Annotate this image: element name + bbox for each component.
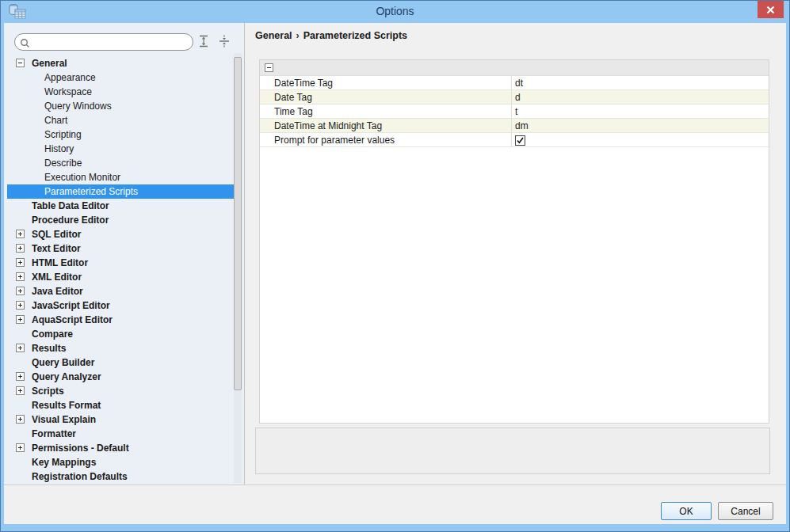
plus-expander-icon[interactable] [16,258,25,267]
tree-item-compare[interactable]: Compare [7,327,235,341]
breadcrumb: General›Parameterized Scripts [255,30,407,41]
search-box[interactable] [14,33,193,51]
tree-item-label: AquaScript Editor [32,314,113,325]
tree-item-label: JavaScript Editor [32,300,110,311]
description-panel [255,428,770,474]
property-name: Prompt for parameter values [260,133,512,146]
property-value[interactable]: dt [512,76,769,89]
plus-expander-icon[interactable] [16,287,25,295]
tree-item-label: Results [32,343,66,354]
plus-expander-icon[interactable] [16,244,25,253]
tree-item-label: Procedure Editor [32,215,109,226]
options-sidebar: GeneralAppearanceWorkspaceQuery WindowsC… [4,23,245,484]
plus-expander-icon[interactable] [16,315,25,324]
property-name: DateTime Tag [260,76,512,89]
options-tree: GeneralAppearanceWorkspaceQuery WindowsC… [4,56,244,484]
tree-item-query-analyzer[interactable]: Query Analyzer [7,370,235,384]
plus-expander-icon[interactable] [16,230,25,238]
tree-item-label: History [44,143,74,154]
tree-item-parameterized-scripts[interactable]: Parameterized Scripts [7,184,235,199]
property-value[interactable]: dm [512,119,769,132]
property-name: DateTime at Midnight Tag [260,119,512,132]
tree-item-text-editor[interactable]: Text Editor [7,241,235,256]
tree-item-permissions-default[interactable]: Permissions - Default [7,441,235,455]
tree-item-label: Table Data Editor [32,200,109,211]
table-row: Prompt for parameter values [260,133,769,147]
table-row: Date Tagd [260,90,769,104]
tree-item-results[interactable]: Results [7,341,235,355]
plus-expander-icon[interactable] [16,443,25,452]
tree-item-label: Query Builder [32,357,94,368]
tree-item-results-format[interactable]: Results Format [7,398,235,412]
tree-item-label: SQL Editor [32,229,81,240]
tree-item-aquascript-editor[interactable]: AquaScript Editor [7,313,235,327]
plus-expander-icon[interactable] [16,386,25,395]
tree-item-table-data-editor[interactable]: Table Data Editor [7,199,235,213]
tree-item-formatter[interactable]: Formatter [7,427,235,441]
search-input[interactable] [34,36,185,48]
tree-item-label: Execution Monitor [44,172,120,183]
plus-expander-icon[interactable] [16,415,25,424]
tree-item-html-editor[interactable]: HTML Editor [7,256,235,270]
breadcrumb-item: General [255,30,292,41]
tree-item-workspace[interactable]: Workspace [7,85,235,99]
cancel-button[interactable]: Cancel [718,502,773,520]
options-dialog: Options [0,0,790,532]
tree-item-javascript-editor[interactable]: JavaScript Editor [7,298,235,313]
tree-item-java-editor[interactable]: Java Editor [7,284,235,298]
property-grid: DateTime TagdtDate TagdTime TagtDateTime… [259,59,769,424]
tree-item-history[interactable]: History [7,142,235,156]
dialog-footer: OK Cancel [4,484,786,524]
tree-item-appearance[interactable]: Appearance [7,70,235,85]
tree-item-label: Key Mappings [32,457,96,468]
tree-item-xml-editor[interactable]: XML Editor [7,270,235,284]
tree-item-label: Compare [32,329,73,340]
table-row: DateTime at Midnight Tagdm [260,119,769,133]
tree-item-scripting[interactable]: Scripting [7,127,235,142]
tree-item-label: Text Editor [32,243,81,254]
tree-item-scripts[interactable]: Scripts [7,384,235,398]
tree-item-label: Workspace [44,86,92,97]
property-rows: DateTime TagdtDate TagdTime TagtDateTime… [260,76,769,147]
tree-item-execution-monitor[interactable]: Execution Monitor [7,170,235,184]
tree-item-procedure-editor[interactable]: Procedure Editor [7,213,235,227]
tree-item-label: Java Editor [32,286,83,297]
tree-item-query-builder[interactable]: Query Builder [7,355,235,370]
table-row: Time Tagt [260,104,769,119]
close-icon [766,6,775,14]
property-value[interactable] [512,133,769,146]
tree-item-general[interactable]: General [7,56,235,70]
tree-item-label: Chart [44,115,67,126]
window-title: Options [1,5,789,17]
collapse-all-icon[interactable] [217,34,231,48]
scrollbar-thumb[interactable] [234,57,242,390]
tree-item-visual-explain[interactable]: Visual Explain [7,412,235,427]
ok-button[interactable]: OK [661,502,712,520]
title-bar[interactable]: Options [1,1,789,23]
tree-item-query-windows[interactable]: Query Windows [7,99,235,113]
tree-item-describe[interactable]: Describe [7,156,235,170]
sidebar-scrollbar[interactable] [234,53,242,483]
tree-item-label: Visual Explain [32,414,96,425]
minus-expander-icon[interactable] [265,63,273,72]
tree-item-label: Appearance [44,72,96,83]
tree-item-label: Describe [44,158,82,169]
tree-item-label: Query Windows [44,101,112,112]
prompt-checkbox[interactable] [515,135,525,146]
breadcrumb-separator: › [296,30,300,41]
plus-expander-icon[interactable] [16,272,25,281]
tree-item-label: HTML Editor [32,257,88,268]
tree-item-label: General [32,58,67,69]
plus-expander-icon[interactable] [16,372,25,381]
plus-expander-icon[interactable] [16,344,25,352]
close-button[interactable] [758,1,784,18]
tree-item-key-mappings[interactable]: Key Mappings [7,455,235,469]
tree-item-chart[interactable]: Chart [7,113,235,127]
property-value[interactable]: d [512,90,769,104]
minus-expander-icon[interactable] [16,59,25,67]
tree-item-sql-editor[interactable]: SQL Editor [7,227,235,241]
expand-all-icon[interactable] [197,34,211,48]
plus-expander-icon[interactable] [16,301,25,310]
property-value[interactable]: t [512,104,769,118]
tree-item-registration-defaults[interactable]: Registration Defaults [7,469,235,484]
